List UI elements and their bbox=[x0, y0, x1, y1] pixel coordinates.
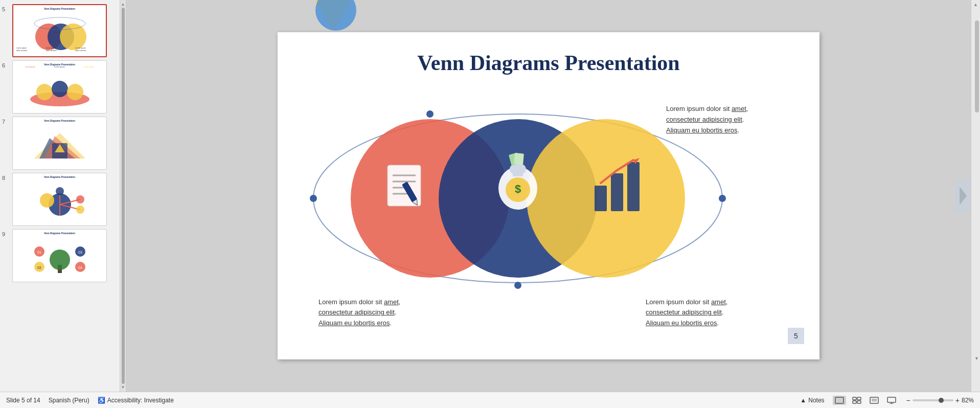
zoom-minus-btn[interactable]: − bbox=[906, 396, 910, 404]
text-block-bottom-left: Lorem ipsum dolor sit amet, consectetur … bbox=[318, 297, 451, 329]
svg-rect-64 bbox=[857, 401, 861, 403]
slide-thumb-5[interactable]: 5 Venn Diagrams Presentation Lorem ipsum… bbox=[2, 4, 118, 57]
svg-point-5 bbox=[36, 84, 53, 100]
svg-text:03: 03 bbox=[78, 251, 82, 254]
svg-point-19 bbox=[76, 206, 84, 214]
accessibility-icon: ♿ bbox=[98, 397, 105, 404]
svg-rect-63 bbox=[853, 401, 856, 403]
slide-thumbnail-9[interactable]: Venn Diagrams Presentation 01 03 02 04 bbox=[12, 229, 107, 282]
svg-point-38 bbox=[514, 282, 521, 289]
svg-rect-57 bbox=[627, 162, 640, 211]
accessibility-text: Accessibility: Investigate bbox=[107, 397, 174, 404]
slide-thumb-6[interactable]: 6 Venn Diagrams Presentation Lorem ipsum… bbox=[2, 60, 118, 114]
notes-label: Notes bbox=[808, 397, 824, 404]
scroll-up-btn[interactable]: ▲ bbox=[121, 2, 125, 7]
venn-diagram: $ bbox=[303, 104, 733, 298]
slide-thumbnail-5[interactable]: Venn Diagrams Presentation Lorem ipsumdo… bbox=[12, 4, 107, 57]
slide-thumbnail-7[interactable]: Venn Diagrams Presentation bbox=[12, 117, 107, 170]
slide-canvas: Venn Diagrams Presentation Lorem ipsum d… bbox=[278, 32, 819, 359]
slide-num-9: 9 bbox=[2, 231, 9, 237]
presenter-view-btn[interactable] bbox=[885, 396, 898, 405]
svg-rect-62 bbox=[857, 397, 861, 400]
slide-thumb-7[interactable]: 7 Venn Diagrams Presentation bbox=[2, 117, 118, 170]
right-sidebar: ▲ ▼ bbox=[971, 0, 980, 392]
svg-point-7 bbox=[67, 84, 83, 100]
panel-scrollbar[interactable]: ▲ ▼ bbox=[120, 0, 126, 392]
slide-panel: 5 Venn Diagrams Presentation Lorem ipsum… bbox=[0, 0, 120, 392]
svg-point-6 bbox=[52, 81, 68, 97]
slide-sorter-btn[interactable] bbox=[850, 396, 863, 405]
right-scroll-down[interactable]: ▼ bbox=[974, 356, 979, 361]
svg-text:$: $ bbox=[515, 183, 521, 195]
slide-thumb-8[interactable]: 8 Venn Diagrams Presentation bbox=[2, 173, 118, 226]
status-bar: Slide 5 of 14 Spanish (Peru) ♿ Accessibi… bbox=[0, 392, 980, 408]
svg-rect-56 bbox=[611, 173, 623, 211]
zoom-control: − + 82% bbox=[906, 396, 974, 404]
slide-thumbnail-8[interactable]: Venn Diagrams Presentation bbox=[12, 173, 107, 226]
scroll-down-btn[interactable]: ▼ bbox=[121, 385, 125, 390]
slide-num-8: 8 bbox=[2, 175, 9, 181]
svg-text:01: 01 bbox=[37, 251, 41, 254]
right-scrollbar[interactable] bbox=[975, 20, 979, 112]
canvas-area: Venn Diagrams Presentation Lorem ipsum d… bbox=[126, 0, 971, 392]
svg-marker-59 bbox=[960, 187, 967, 205]
svg-rect-68 bbox=[887, 397, 896, 402]
text-block-bottom-right: Lorem ipsum dolor sit amet, consectetur … bbox=[646, 297, 779, 329]
notes-icon: ▲ bbox=[800, 397, 806, 404]
view-controls bbox=[833, 396, 898, 405]
zoom-plus-btn[interactable]: + bbox=[955, 396, 960, 404]
svg-point-20 bbox=[56, 187, 64, 195]
svg-point-22 bbox=[50, 250, 70, 270]
zoom-level: 82% bbox=[962, 397, 974, 404]
svg-point-35 bbox=[310, 195, 317, 202]
slide-title: Venn Diagrams Presentation bbox=[278, 51, 819, 75]
svg-rect-65 bbox=[870, 397, 878, 403]
svg-point-18 bbox=[76, 195, 84, 203]
zoom-thumb bbox=[939, 398, 944, 403]
slide-thumb-9[interactable]: 9 Venn Diagrams Presentation 01 03 02 bbox=[2, 229, 118, 282]
right-scroll-up[interactable]: ▲ bbox=[971, 2, 980, 7]
slide-thumbnail-6[interactable]: Venn Diagrams Presentation Lorem ipsum L… bbox=[12, 60, 107, 114]
reading-view-btn[interactable] bbox=[868, 396, 881, 405]
slide-num-7: 7 bbox=[2, 119, 9, 125]
svg-rect-55 bbox=[595, 186, 607, 211]
normal-view-btn[interactable] bbox=[833, 396, 846, 405]
svg-point-2 bbox=[60, 24, 86, 50]
svg-rect-50 bbox=[513, 168, 523, 176]
svg-text:04: 04 bbox=[78, 266, 82, 269]
accessibility-btn[interactable]: ♿ Accessibility: Investigate bbox=[98, 397, 174, 404]
scroll-thumb[interactable] bbox=[122, 8, 125, 384]
svg-rect-54 bbox=[514, 153, 524, 165]
slide-info: Slide 5 of 14 bbox=[6, 397, 40, 404]
language-info: Spanish (Peru) bbox=[49, 397, 89, 404]
zoom-slider[interactable] bbox=[913, 399, 953, 401]
svg-rect-61 bbox=[853, 397, 856, 400]
slide-badge: 5 bbox=[788, 328, 804, 344]
notes-button[interactable]: ▲ Notes bbox=[800, 397, 824, 404]
svg-point-36 bbox=[719, 195, 726, 202]
slide-num-5: 5 bbox=[2, 6, 9, 12]
next-slide-arrow[interactable] bbox=[954, 179, 971, 212]
svg-rect-60 bbox=[835, 397, 844, 403]
svg-point-37 bbox=[426, 110, 434, 118]
svg-point-14 bbox=[40, 193, 54, 208]
slide-num-6: 6 bbox=[2, 62, 9, 69]
svg-text:02: 02 bbox=[37, 266, 41, 269]
